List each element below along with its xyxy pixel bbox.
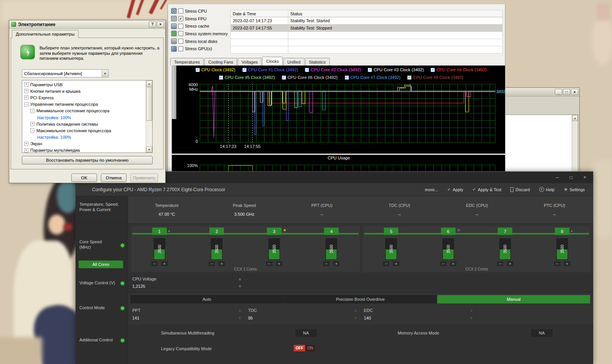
core-increment-button[interactable]: + xyxy=(564,261,570,266)
help-button[interactable]: ? xyxy=(149,21,156,28)
increment-icon[interactable]: ∧ xyxy=(354,309,357,313)
legend-checkbox[interactable]: ✓ xyxy=(219,75,223,80)
cancel-button[interactable]: Отмена xyxy=(101,174,127,182)
chart-scrollbar[interactable] xyxy=(172,66,176,119)
table-row[interactable] xyxy=(231,39,503,46)
apply-test-button[interactable]: ✓Apply & Test xyxy=(472,187,501,192)
close-button[interactable]: × xyxy=(157,21,164,28)
decrement-icon[interactable]: ∨ xyxy=(470,316,473,320)
core-speed-slider[interactable]: 3500 xyxy=(268,238,280,260)
tab-statistics[interactable]: Statistics xyxy=(305,58,330,66)
scroll-up-icon[interactable]: ▲ xyxy=(572,115,578,121)
stress-option[interactable]: Stress GPU(s) xyxy=(171,45,230,52)
tdc-field[interactable]: TDC95 ∧ ∨ xyxy=(246,307,360,324)
ok-button[interactable]: OK xyxy=(71,174,97,182)
collapse-icon[interactable]: − xyxy=(30,128,35,133)
core-decrement-button[interactable]: − xyxy=(383,261,389,266)
legend-checkbox[interactable]: ✓ xyxy=(282,75,286,80)
legend-checkbox[interactable]: ✓ xyxy=(305,68,309,72)
tab-cooling-fans[interactable]: Cooling Fans xyxy=(204,58,237,66)
tree-item[interactable]: +Политика охлаждения системы xyxy=(22,121,152,127)
expand-icon[interactable]: + xyxy=(24,142,28,146)
core-number[interactable]: 5 xyxy=(384,228,398,235)
memory-access-mode-value[interactable]: NA xyxy=(531,329,553,337)
more-button[interactable]: more... xyxy=(425,187,438,192)
legend-item[interactable]: ✓CPU Clock (3492) xyxy=(196,67,235,72)
column-header[interactable]: Date & Time xyxy=(231,10,288,17)
legend-item[interactable]: ✓CPU Core #2 Clock (3492) xyxy=(305,67,361,72)
maximize-button[interactable]: □ xyxy=(566,175,576,180)
core-increment-button[interactable]: + xyxy=(276,261,282,266)
settings-tree[interactable]: +Параметры USB +Кнопки питания и крышка … xyxy=(22,80,153,153)
core-decrement-button[interactable]: − xyxy=(209,261,215,266)
core-decrement-button[interactable]: − xyxy=(440,261,446,266)
tab-unified[interactable]: Unified xyxy=(283,58,304,66)
core-number[interactable]: 6 xyxy=(441,228,456,235)
tree-item[interactable]: Настройка: 100% xyxy=(22,114,152,121)
core-increment-button[interactable]: + xyxy=(219,261,225,266)
apply-button[interactable]: Применить xyxy=(130,174,158,182)
legend-item[interactable]: ✓CPU Core #7 Clock (3492) xyxy=(345,75,401,80)
core-decrement-button[interactable]: − xyxy=(323,261,329,266)
chevron-down-icon[interactable]: ▾ xyxy=(102,70,108,77)
expand-icon[interactable]: + xyxy=(24,82,28,87)
stress-cache-checkbox[interactable] xyxy=(178,24,183,29)
legend-checkbox[interactable]: ✓ xyxy=(345,75,349,80)
background-window-titlebar[interactable]: _ □ × xyxy=(503,88,579,97)
help-button[interactable]: ?Help xyxy=(539,187,555,192)
core-decrement-button[interactable]: − xyxy=(266,261,272,266)
legacy-mode-toggle[interactable]: OFF ON xyxy=(294,345,315,351)
legend-item[interactable]: ✓CPU Core #5 Clock (3492) xyxy=(219,75,275,80)
core-increment-button[interactable]: + xyxy=(393,261,399,266)
core-speed-slider[interactable]: 3500 xyxy=(443,238,454,260)
close-button[interactable]: × xyxy=(580,175,589,180)
restore-defaults-button[interactable]: Восстановить параметры по умолчанию xyxy=(22,156,153,164)
tree-item[interactable]: +Параметры мультимедиа xyxy=(22,147,152,153)
legend-item[interactable]: ✓CPU Core #6 Clock (3492) xyxy=(282,75,338,80)
core-number[interactable]: 3 xyxy=(267,228,281,235)
expand-icon[interactable]: + xyxy=(30,122,35,126)
tree-item[interactable]: −Управление питанием процессора xyxy=(22,101,152,108)
voltage-down-icon[interactable]: ∨ xyxy=(239,284,241,288)
cpu-voltage-value[interactable]: 1,2125 xyxy=(132,284,145,289)
increment-icon[interactable]: ∧ xyxy=(470,309,473,313)
core-number[interactable]: 1 xyxy=(152,228,167,235)
legend-item[interactable]: ✓CPU Core #4 Clock (3492) xyxy=(431,67,487,72)
legend-item[interactable]: ✓CPU Core #3 Clock (3492) xyxy=(368,67,424,72)
core-speed-slider[interactable]: 3500 xyxy=(211,238,222,260)
core-speed-slider[interactable]: 3500 xyxy=(326,238,337,260)
core-increment-button[interactable]: + xyxy=(161,261,168,266)
stress-disks-checkbox[interactable] xyxy=(178,39,183,44)
core-increment-button[interactable]: + xyxy=(333,261,339,266)
voltage-up-icon[interactable]: ∧ xyxy=(239,277,241,281)
core-increment-button[interactable]: + xyxy=(450,261,456,266)
increment-icon[interactable]: ∧ xyxy=(239,309,241,313)
tree-item[interactable]: −Минимальное состояние процессора xyxy=(22,108,152,114)
toggle-on[interactable]: ON xyxy=(305,345,315,351)
stress-memory-checkbox[interactable] xyxy=(178,31,183,36)
core-decrement-button[interactable]: − xyxy=(151,261,158,266)
discard-button[interactable]: Discard xyxy=(510,187,530,192)
mode-manual-button[interactable]: Manual xyxy=(437,295,591,303)
expand-icon[interactable]: + xyxy=(24,148,28,152)
core-decrement-button[interactable]: − xyxy=(497,261,503,266)
dialog-titlebar[interactable]: Электропитание ? × xyxy=(9,20,165,29)
close-button[interactable]: × xyxy=(571,89,578,95)
core-speed-slider[interactable]: 3500 xyxy=(499,238,511,260)
ppt-field[interactable]: PPT141 ∧ ∨ xyxy=(130,307,244,324)
power-plan-select[interactable]: Сбалансированный [Активен] ▾ xyxy=(22,69,109,77)
legend-checkbox[interactable]: ✓ xyxy=(368,68,372,72)
stress-option[interactable]: Stress local disks xyxy=(171,38,230,45)
collapse-icon[interactable]: − xyxy=(24,102,28,107)
scrollbar-thumb[interactable] xyxy=(146,87,152,121)
collapse-icon[interactable]: − xyxy=(30,109,35,113)
legend-item[interactable]: ✓CPU Core #8 Clock (3492) xyxy=(407,75,463,80)
core-number[interactable]: 8 xyxy=(555,228,569,235)
tree-item[interactable]: Настройка: 100% xyxy=(22,134,152,141)
tree-item[interactable]: +Экран xyxy=(22,141,152,147)
stress-fpu-checkbox[interactable]: ✓ xyxy=(178,16,183,21)
legend-checkbox[interactable]: ✓ xyxy=(196,68,200,72)
core-speed-slider[interactable]: 3500 xyxy=(154,238,165,260)
tab-voltages[interactable]: Voltages xyxy=(238,58,262,66)
decrement-icon[interactable]: ∨ xyxy=(239,316,241,320)
